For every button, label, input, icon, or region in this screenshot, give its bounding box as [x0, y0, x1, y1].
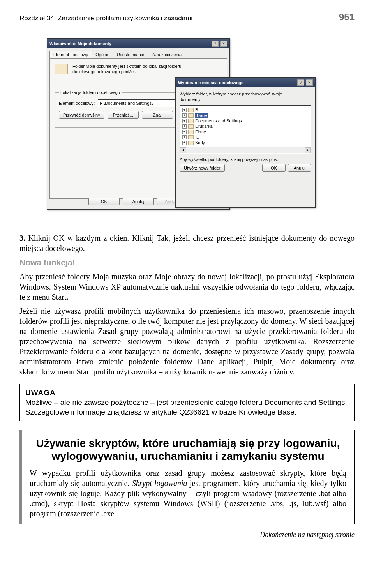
folder-tree[interactable]: +B+Dane+Documents and Settings+Drukarka+…: [180, 105, 311, 154]
page-number: 951: [339, 12, 355, 23]
chapter-title: Rozdział 34: Zarządzanie profilami użytk…: [19, 14, 192, 22]
folder-icon: [188, 135, 194, 139]
expand-icon[interactable]: +: [182, 130, 187, 134]
tree-item-label: B: [195, 108, 198, 112]
paragraph-1: Aby przenieść foldery Moja muzyka oraz M…: [19, 272, 355, 302]
tree-item[interactable]: +Drukarka: [182, 124, 309, 129]
instr-line1: Wybierz folder, w którym chcesz przechow…: [180, 92, 282, 96]
step-text: Kliknij OK w każdym z okien. Kliknij Tak…: [19, 234, 355, 253]
ok-button[interactable]: OK: [88, 198, 120, 205]
help-button[interactable]: ?: [212, 41, 219, 47]
paragraph-2: Jeżeli nie używasz profili mobilnych uży…: [19, 306, 355, 377]
tree-item[interactable]: +Documents and Settings: [182, 118, 309, 124]
tree-item[interactable]: +B: [182, 107, 309, 113]
folder-icon: [188, 141, 194, 145]
folder-icon: [55, 64, 68, 74]
tree-item[interactable]: +ID: [182, 134, 309, 140]
browse-titlebar[interactable]: Wybieranie miejsca docelowego ? ×: [176, 78, 315, 87]
browse-title: Wybieranie miejsca docelowego: [178, 80, 296, 85]
sidebar-paragraph: W wypadku profili użytkownika oraz zasad…: [30, 468, 346, 519]
continued-label: Dokończenie na następnej stronie: [19, 531, 355, 539]
tree-item-label: Documents and Settings: [195, 118, 242, 123]
tree-item-label: Drukarka: [195, 124, 213, 129]
help-button[interactable]: ?: [297, 79, 304, 86]
step-3: 3. Kliknij OK w każdym z okien. Kliknij …: [19, 233, 355, 253]
sidebar-title: Używanie skryptów, które uruchamiają się…: [30, 437, 346, 462]
scroll-left-icon[interactable]: ◄: [180, 147, 186, 153]
page-header: Rozdział 34: Zarządzanie profilami użytk…: [19, 12, 355, 23]
expand-icon[interactable]: +: [182, 119, 187, 123]
tree-item-label: Firmy: [195, 129, 206, 134]
expand-icon[interactable]: +: [182, 124, 187, 129]
move-button[interactable]: Przenieś...: [108, 111, 139, 119]
cancel-button[interactable]: Anuluj: [288, 164, 311, 172]
note-text: Możliwe – ale nie zawsze pożyteczne – je…: [25, 398, 347, 416]
folder-icon: [188, 108, 194, 112]
note-title: UWAGA: [25, 388, 56, 397]
folder-icon: [188, 130, 194, 134]
group-legend: Lokalizacja folderu docelowego: [59, 90, 122, 95]
browse-dialog: Wybieranie miejsca docelowego ? × Wybier…: [175, 77, 316, 208]
tab-general[interactable]: Ogólne: [92, 51, 113, 58]
screenshot: Właściwości: Moje dokumenty ? × Element …: [47, 38, 327, 221]
dialog-title: Właściwości: Moje dokumenty: [49, 41, 210, 46]
tree-item-label: Dane: [195, 113, 208, 118]
find-target-button[interactable]: Znaj: [142, 111, 173, 119]
h-scrollbar[interactable]: ◄ ►: [180, 147, 311, 153]
close-button[interactable]: ×: [220, 41, 227, 47]
expand-icon[interactable]: +: [182, 141, 187, 145]
desc-line1: Folder Moje dokumenty jest skrótem do lo…: [72, 64, 181, 69]
sidebar-box: Używanie skryptów, które uruchamiają się…: [19, 430, 355, 524]
tab-sharing[interactable]: Udostępnianie: [113, 51, 148, 58]
scroll-right-icon[interactable]: ►: [305, 147, 311, 153]
folder-description: Folder Moje dokumenty jest skrótem do lo…: [72, 64, 181, 74]
note-box: UWAGA Możliwe – ale nie zawsze pożyteczn…: [19, 384, 355, 421]
target-label: Element docelowy:: [59, 101, 95, 106]
folder-icon: [188, 113, 194, 118]
body-text: 3. Kliknij OK w każdym z okien. Kliknij …: [19, 233, 355, 377]
close-button[interactable]: ×: [306, 79, 313, 86]
new-folder-button[interactable]: Utwórz nowy folder: [180, 164, 225, 172]
expand-icon[interactable]: +: [182, 135, 187, 139]
desc-line2: docelowego pokazanego poniżej.: [72, 69, 136, 74]
sidebar-em: Skrypt logowania: [132, 479, 187, 487]
tab-target[interactable]: Element docelowy: [49, 51, 92, 58]
tree-item-label: Kody: [195, 140, 205, 145]
tab-security[interactable]: Zabezpieczenia: [148, 51, 185, 58]
tree-item[interactable]: +Dane: [182, 113, 309, 118]
folder-icon: [188, 119, 194, 123]
browse-instruction: Wybierz folder, w którym chcesz przechow…: [180, 91, 311, 102]
instr-line2: dokumenty.: [180, 97, 201, 102]
cancel-button[interactable]: Anuluj: [123, 198, 154, 205]
restore-default-button[interactable]: Przywróć domyślny: [59, 111, 104, 119]
tree-item-label: ID: [195, 135, 199, 139]
browse-hint: Aby wyświetlić podfoldery, kliknij powyż…: [180, 157, 311, 162]
step-number: 3.: [19, 234, 25, 242]
ok-button[interactable]: OK: [262, 164, 286, 172]
folder-icon: [188, 124, 194, 129]
tree-item[interactable]: +Kody: [182, 140, 309, 145]
titlebar[interactable]: Właściwości: Moje dokumenty ? ×: [47, 39, 229, 48]
tree-item[interactable]: +Firmy: [182, 129, 309, 134]
expand-icon[interactable]: +: [182, 113, 187, 118]
new-function-label: Nowa funkcja!: [19, 257, 355, 268]
tab-strip: Element docelowy Ogólne Udostępnianie Za…: [47, 48, 229, 58]
expand-icon[interactable]: +: [182, 108, 187, 112]
